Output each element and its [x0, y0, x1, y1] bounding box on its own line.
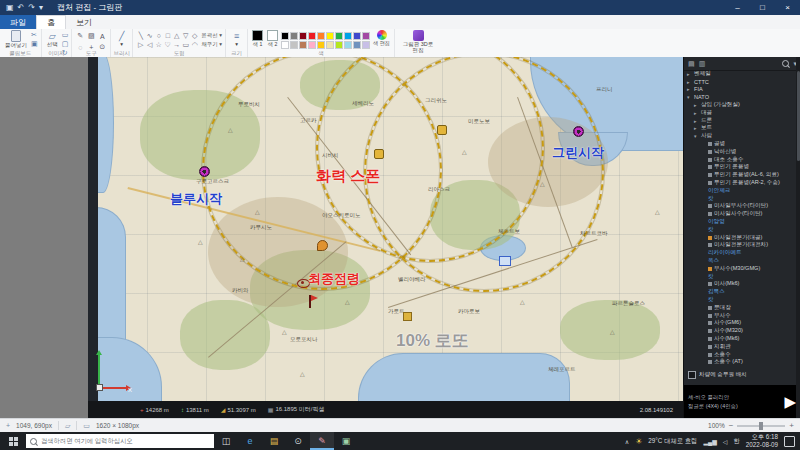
- edge-browser-icon[interactable]: e: [238, 432, 262, 450]
- clock[interactable]: 오후 6:18 2022-08-09: [746, 433, 778, 448]
- color1-button[interactable]: 색 1: [251, 30, 264, 48]
- shape-icon[interactable]: ◠: [192, 41, 198, 49]
- fill-icon[interactable]: ▨: [88, 32, 95, 40]
- start-button[interactable]: [0, 432, 26, 450]
- paint-canvas-area[interactable]: X △△△△△△△△△△△△무로비치고르카세베리노그리쉬노미로노보프리니구로고르…: [0, 57, 800, 418]
- shape-icon[interactable]: →: [173, 41, 180, 48]
- shape-icon[interactable]: □: [166, 32, 170, 39]
- taskbar-search[interactable]: 검색하려면 여기에 입력하십시오: [26, 434, 214, 448]
- tray-expand-icon[interactable]: ∧: [625, 438, 629, 445]
- shape-icon[interactable]: ╲: [139, 32, 143, 40]
- axis-origin: [96, 384, 103, 391]
- palette-swatch[interactable]: [308, 41, 316, 49]
- shape-icon[interactable]: ◇: [192, 32, 197, 40]
- minimize-button[interactable]: –: [725, 0, 750, 15]
- shape-icon[interactable]: ▷: [138, 41, 143, 49]
- text-icon[interactable]: A: [100, 33, 105, 40]
- ime-indicator[interactable]: 한: [733, 437, 739, 446]
- shape-icon[interactable]: ♡: [165, 41, 171, 49]
- unit-tree: ▸벤제일▸CTTC▸FIA▾NATO▸상임 (가상현실)▸대공▸드론▸보트▾사람…: [684, 70, 796, 370]
- palette-swatch[interactable]: [335, 41, 343, 49]
- maximize-button[interactable]: □: [750, 0, 775, 15]
- volume-icon[interactable]: ◁: [723, 438, 728, 445]
- shape-icon[interactable]: ☆: [156, 41, 162, 49]
- palette-swatch[interactable]: [299, 41, 307, 49]
- file-explorer-icon[interactable]: ▤: [262, 432, 286, 450]
- palette-swatch[interactable]: [281, 41, 289, 49]
- tree-item: 캇: [684, 226, 796, 234]
- palette-swatch[interactable]: [344, 32, 352, 40]
- tree-item-label: 분대장: [714, 304, 731, 312]
- edit-with-paint3d-button[interactable]: 그림판 3D로 편집: [398, 30, 438, 54]
- file-explorer-icon: ▤: [270, 436, 279, 446]
- palette-swatch[interactable]: [326, 41, 334, 49]
- tree-item-label: 무인기 운용병(AR-2, 수송): [714, 179, 780, 187]
- asset-line1: 셰-비오 플러리안: [688, 393, 784, 401]
- shape-icon[interactable]: △: [174, 32, 179, 40]
- palette-swatch[interactable]: [353, 32, 361, 40]
- tree-item-label: 이안제크: [708, 187, 730, 195]
- paste-button[interactable]: 붙여넣기: [3, 30, 29, 49]
- shape-icon[interactable]: ▽: [183, 32, 188, 40]
- outline-dropdown[interactable]: 윤곽선 ▾: [201, 32, 222, 39]
- capture-icon[interactable]: ▣: [334, 432, 358, 450]
- zoom-slider-thumb[interactable]: [759, 422, 763, 430]
- settings-icon: ⊙: [294, 436, 302, 446]
- palette-swatch[interactable]: [344, 41, 352, 49]
- select-button[interactable]: ▱ 선택: [45, 30, 60, 48]
- size-button[interactable]: ≡ ▾: [229, 30, 244, 47]
- copy-icon[interactable]: ▣: [31, 40, 38, 48]
- palette-swatch[interactable]: [353, 41, 361, 49]
- zoom-slider[interactable]: [737, 425, 785, 427]
- paint-icon[interactable]: ✎: [310, 432, 334, 450]
- map-place-label: 그리쉬노: [425, 97, 447, 104]
- close-button[interactable]: ×: [775, 0, 800, 15]
- palette-swatch[interactable]: [281, 32, 289, 40]
- palette-swatch[interactable]: [362, 32, 370, 40]
- weather-text[interactable]: 29°C 대체로 흐림: [648, 437, 697, 446]
- hill-symbol: △: [655, 208, 660, 215]
- resize-icon[interactable]: ▢: [62, 40, 69, 48]
- palette-swatch[interactable]: [317, 41, 325, 49]
- zoom-out-button[interactable]: −: [729, 421, 734, 430]
- notification-center-icon[interactable]: [784, 436, 795, 447]
- palette-swatch[interactable]: [335, 32, 343, 40]
- tree-item: 폭스: [684, 257, 796, 265]
- marker-start-purple: [573, 126, 584, 137]
- network-icon[interactable]: ▂▄▆: [703, 438, 716, 445]
- tab-home[interactable]: 홈: [36, 15, 66, 29]
- undo-icon[interactable]: ↶: [18, 3, 25, 12]
- qat-dropdown-icon[interactable]: ▾: [39, 3, 43, 12]
- shape-icon[interactable]: ∿: [147, 32, 153, 40]
- tree-item: 이앙영: [684, 218, 796, 226]
- redo-icon[interactable]: ↷: [28, 3, 35, 12]
- palette-swatch[interactable]: [299, 32, 307, 40]
- settings-icon[interactable]: ⊙: [286, 432, 310, 450]
- palette-swatch[interactable]: [308, 32, 316, 40]
- unit-icon: [708, 345, 712, 349]
- zoom-in-button[interactable]: +: [789, 421, 794, 430]
- cut-icon[interactable]: ✂: [31, 31, 38, 39]
- fill-dropdown[interactable]: 채우기 ▾: [201, 41, 222, 48]
- task-view-icon[interactable]: ◫: [214, 432, 238, 450]
- tab-view[interactable]: 보기: [66, 15, 102, 29]
- tab-file[interactable]: 파일: [0, 15, 36, 29]
- palette-swatch[interactable]: [317, 32, 325, 40]
- pencil-icon[interactable]: ✎: [77, 32, 83, 40]
- map-place-label: 시비치: [322, 152, 339, 159]
- crop-icon[interactable]: ▭: [62, 31, 69, 39]
- shape-icon[interactable]: ◁: [147, 41, 152, 49]
- edit-colors-button[interactable]: 색 편집: [372, 30, 391, 47]
- palette-swatch[interactable]: [290, 32, 298, 40]
- save-icon[interactable]: ▣: [6, 3, 14, 12]
- brushes-button[interactable]: ╱ ▾: [114, 30, 129, 47]
- palette-swatch[interactable]: [362, 41, 370, 49]
- map: X △△△△△△△△△△△△무로비치고르카세베리노그리쉬노미로노보프리니구로고르…: [88, 57, 683, 401]
- tree-item-label: 공병: [714, 140, 725, 148]
- palette-swatch[interactable]: [326, 32, 334, 40]
- group-label-tools: 도구: [72, 50, 110, 57]
- shape-icon[interactable]: ▭: [182, 41, 189, 49]
- palette-swatch[interactable]: [290, 41, 298, 49]
- shape-icon[interactable]: ○: [157, 32, 161, 39]
- color2-button[interactable]: 색 2: [266, 30, 279, 48]
